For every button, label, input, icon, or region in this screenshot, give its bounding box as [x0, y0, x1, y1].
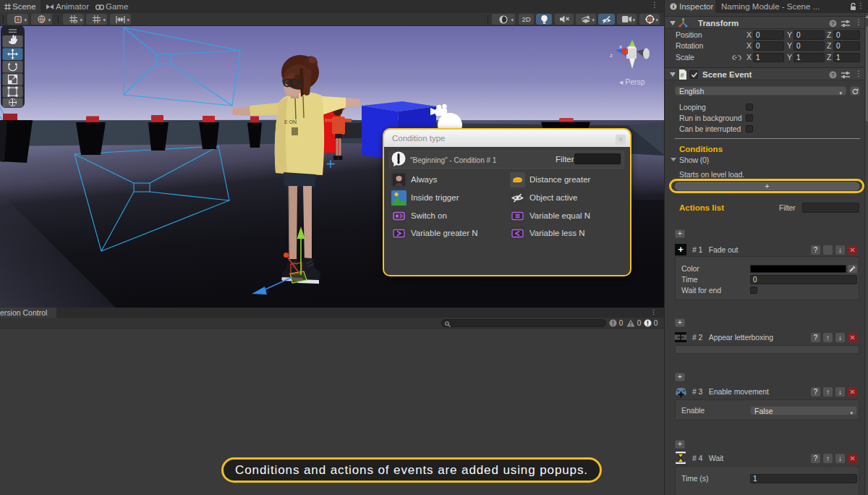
svg-text:#: #: [681, 72, 684, 79]
svg-text:x: x: [619, 43, 622, 50]
svg-text:◂ Persp: ◂ Persp: [619, 77, 645, 86]
svg-text:?: ?: [831, 72, 835, 78]
svg-text:?: ?: [831, 20, 835, 27]
svg-text:z: z: [610, 52, 613, 59]
svg-text:E ON: E ON: [284, 119, 297, 124]
